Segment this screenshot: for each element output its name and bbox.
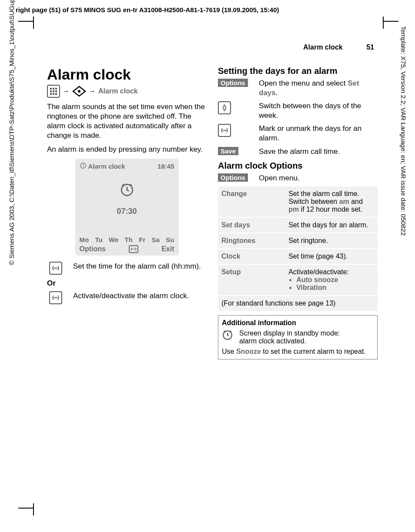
row-mark-days: Mark or unmark the days for an alarm. [259,124,378,143]
crop-mark [33,503,34,515]
crop-mark [33,17,34,29]
left-column: Alarm clock → → Alarm clock The alarm so… [47,66,207,359]
crop-mark [384,21,398,22]
svg-rect-6 [50,93,52,95]
table-row: Set days Set the days for an alarm. [218,217,378,233]
center-key-icon [218,124,231,137]
save-chip: Save [218,147,238,155]
row-open-menu-2: Open menu. [259,173,378,183]
day-sa: Sa [152,236,160,243]
intro-paragraph-2: An alarm is ended by pressing any number… [47,145,207,154]
svg-rect-8 [55,93,57,95]
clock-small-icon [80,162,87,170]
svg-rect-13 [223,106,226,109]
page-number: 51 [366,43,374,51]
nav-up-down-icon [218,101,231,114]
arrow-icon: → [63,87,70,95]
svg-rect-7 [53,93,54,95]
svg-rect-1 [53,88,54,90]
options-chip: Options [218,79,248,87]
nav-path: → → Alarm clock [47,85,207,98]
step-activate: Activate/deactivate the alarm clock. [73,291,207,301]
table-row: Setup Activate/deactivate: Auto snooze V… [218,264,378,296]
source-header: right page (51) of S75 MINOS SUG en-tr A… [16,6,279,13]
clock-icon [222,329,233,342]
note-body: Screen display in standby mode: alarm cl… [239,329,340,345]
table-row: Ringtones Set ringtone. [218,233,378,249]
right-column: Setting the days for an alarm Options Op… [218,66,378,359]
day-fr: Fr [139,236,145,243]
right-margin-template: Template: X75, Version 2.2; VAR Language… [400,26,407,236]
running-head: Alarm clock 51 [47,43,378,51]
step-set-time: Set the time for the alarm call (hh:mm). [73,262,207,271]
opt-ringtones-key: Ringtones [218,233,285,249]
table-row: Clock Set time (page 43). [218,249,378,264]
arrow-icon: → [89,87,96,95]
day-mo: Mo [80,236,89,243]
center-key-icon [49,291,62,304]
center-key-icon [129,245,138,253]
svg-rect-0 [50,88,52,90]
opt-setdays-key: Set days [218,217,285,233]
crop-mark [18,21,33,22]
softkey-left: Options [80,245,106,253]
left-margin-path: © Siemens AG 2003, C:\Daten_itl\Siemens\… [8,0,15,265]
or-label: Or [47,279,207,288]
table-footer: (For standard functions see page 13) [218,296,378,311]
heading-options: Alarm clock Options [218,161,378,171]
organiser-diamond-icon [72,86,86,97]
day-tu: Tu [95,236,103,243]
heading-setting-days: Setting the days for an alarm [218,66,378,76]
opt-change-key: Change [218,186,285,217]
bullet-vibration: Vibration [296,284,374,292]
opt-setdays-val: Set the days for an alarm. [285,217,378,233]
day-we: We [109,236,118,243]
opt-clock-val: Set time (page 43). [285,249,378,264]
page-title: Alarm clock [47,66,207,83]
row-open-menu: Open the menu and select Set days. [259,79,378,98]
intro-paragraph-1: The alarm sounds at the set time even wh… [47,102,207,140]
opt-clock-key: Clock [218,249,285,264]
crop-mark [383,17,384,29]
opts-footer: (For standard functions see page 13) [218,296,378,311]
phone-alarm-time: 07:30 [80,207,174,216]
note-title: Additional information [222,319,374,327]
crop-mark [18,508,33,509]
options-table: Change Set the alarm call time. Switch b… [218,186,378,312]
svg-rect-3 [50,90,52,92]
menu-grid-icon [47,85,60,98]
options-chip: Options [218,173,248,182]
page-content: Alarm clock 51 Alarm clock → → Al [47,43,378,359]
svg-rect-5 [55,90,57,92]
phone-status-time: 18:45 [157,163,174,170]
nav-alarm-clock-label: Alarm clock [98,87,138,95]
phone-screen-mock: Alarm clock 18:45 07:30 Mo Tu We Th Fr [75,159,179,256]
bullet-auto-snooze: Auto snooze [296,276,374,284]
phone-days-row: Mo Tu We Th Fr Sa Su [80,236,174,243]
svg-rect-4 [53,90,54,92]
row-save: Save the alarm call time. [259,147,378,156]
row-switch-days: Switch between the days of the week. [259,101,378,120]
day-th: Th [125,236,133,243]
svg-point-10 [78,90,80,93]
opt-ringtones-val: Set ringtone. [285,233,378,249]
running-head-title: Alarm clock [303,43,343,51]
note-snooze: Use Snooze to set the current alarm to r… [222,348,374,356]
opt-setup-key: Setup [218,264,285,296]
table-row: Change Set the alarm call time. Switch b… [218,186,378,217]
opt-setup-val: Activate/deactivate: Auto snooze Vibrati… [285,264,378,296]
center-key-icon [49,262,62,275]
additional-info-box: Additional information Screen display in… [218,315,378,359]
phone-title: Alarm clock [88,163,125,170]
opt-change-val: Set the alarm call time. Switch between … [285,186,378,217]
clock-large-icon [120,191,134,199]
softkey-right: Exit [161,245,174,253]
svg-rect-2 [55,88,57,90]
day-su: Su [166,236,174,243]
